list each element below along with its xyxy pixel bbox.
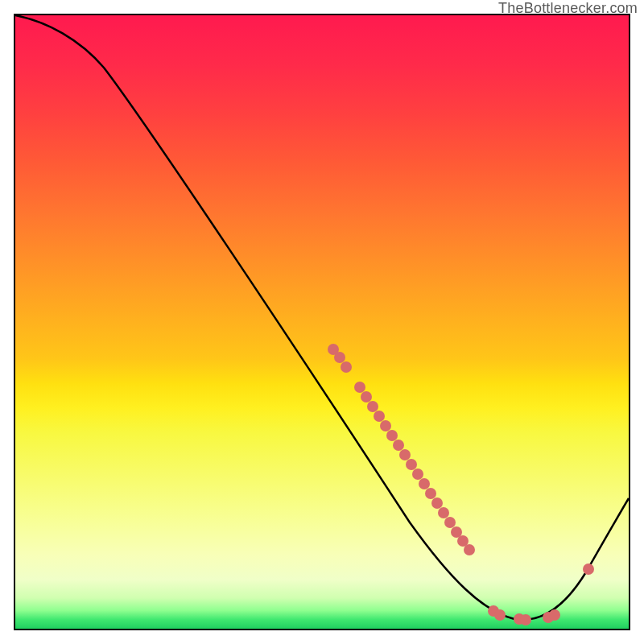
marker-dot bbox=[341, 361, 352, 373]
marker-dot bbox=[419, 478, 430, 489]
marker-dot bbox=[406, 459, 417, 470]
marker-dot bbox=[361, 391, 372, 402]
marker-dot bbox=[549, 609, 560, 621]
marker-dot bbox=[494, 609, 506, 621]
marker-dot bbox=[438, 507, 449, 518]
marker-dot bbox=[334, 352, 345, 363]
marker-dot bbox=[425, 488, 436, 499]
chart-container: TheBottlenecker.com bbox=[0, 0, 644, 644]
marker-dot bbox=[386, 430, 398, 441]
chart-svg bbox=[15, 15, 629, 629]
marker-dot bbox=[431, 497, 443, 509]
attribution-text: TheBottlenecker.com bbox=[498, 0, 638, 17]
marker-dot bbox=[380, 420, 391, 431]
marker-dot bbox=[520, 614, 531, 625]
plot-area bbox=[14, 14, 630, 630]
bottleneck-curve bbox=[15, 15, 629, 620]
marker-dot bbox=[367, 401, 378, 412]
chart-markers bbox=[328, 344, 594, 625]
marker-dot bbox=[393, 440, 404, 451]
marker-dot bbox=[374, 411, 385, 422]
marker-dot bbox=[464, 544, 475, 555]
marker-dot bbox=[399, 449, 411, 460]
marker-dot bbox=[444, 517, 456, 528]
marker-dot bbox=[412, 469, 423, 480]
marker-dot bbox=[583, 564, 594, 575]
marker-dot bbox=[354, 382, 365, 393]
